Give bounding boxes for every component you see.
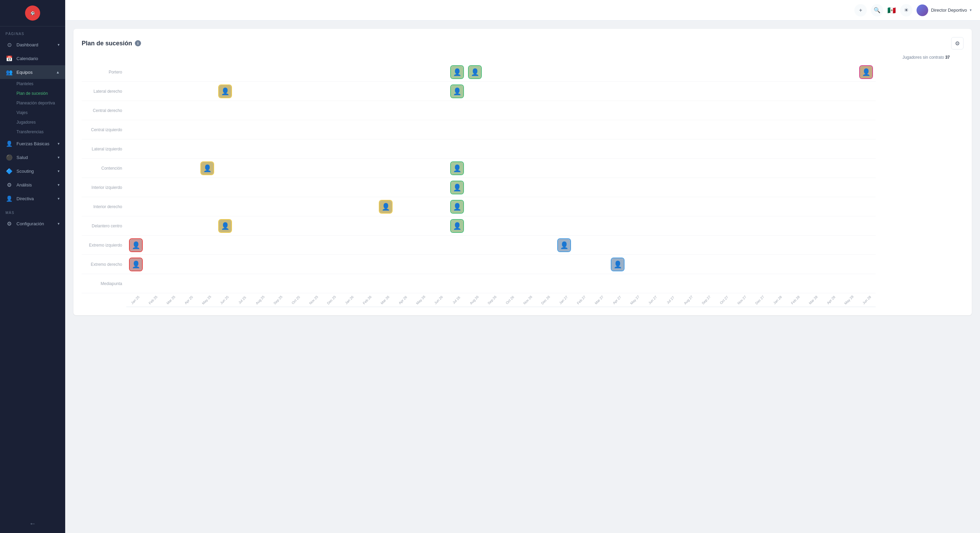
player-chip[interactable]: 👤 <box>450 180 464 195</box>
settings-button[interactable]: ⚙ <box>951 37 964 49</box>
position-label-3: Central izquierdo <box>82 120 126 139</box>
player-avatar: 👤 <box>130 258 142 271</box>
sidebar-sub-item-jugadores[interactable]: Jugadores <box>0 118 65 127</box>
chevron-down-icon: ▾ <box>970 8 972 12</box>
plan-card: Plan de sucesión i ⚙ Jugadores sin contr… <box>73 29 972 315</box>
chevron-icon: ▾ <box>58 155 60 160</box>
position-label-9: Extremo izquierdo <box>82 236 126 255</box>
rows-and-months: 👤👤👤👤👤👤👤👤👤👤👤👤👤👤👤👤 <box>126 62 876 293</box>
player-row-6: 👤 <box>126 178 876 197</box>
flag-icon[interactable]: 🇲🇽 <box>887 6 896 14</box>
player-row-8: 👤👤 <box>126 216 876 236</box>
chevron-icon: ▾ <box>58 43 60 47</box>
sidebar-sub-item-viajes[interactable]: Viajes <box>0 108 65 118</box>
plan-title-text: Plan de sucesión <box>82 40 132 47</box>
player-avatar: 👤 <box>558 239 570 251</box>
fuerzas-basicas-icon: 👤 <box>5 140 13 147</box>
sidebar-bottom: ← <box>0 514 65 533</box>
chevron-icon: ▾ <box>58 169 60 174</box>
player-row-0: 👤👤👤 <box>126 62 876 82</box>
sidebar-sub-item-planeacion[interactable]: Planeación deportiva <box>0 98 65 108</box>
no-contract-label: Jugadores sin contrato 37 <box>82 55 964 60</box>
player-chip[interactable]: 👤 <box>611 258 625 271</box>
sidebar: ⚽ PÁGINAS⊙Dashboard▾📅Calendario👥Equipos▲… <box>0 0 65 533</box>
player-chip[interactable]: 👤 <box>218 85 232 98</box>
position-label-0: Portero <box>82 62 126 82</box>
sidebar-item-label: Dashboard <box>16 42 38 47</box>
player-chip[interactable]: 👤 <box>468 65 482 79</box>
player-chip[interactable]: 👤 <box>218 219 232 233</box>
player-chip[interactable]: 👤 <box>450 200 464 214</box>
sidebar-sub-item-transferencias[interactable]: Transferencias <box>0 127 65 137</box>
sidebar-sub-item-plan-sucesion[interactable]: Plan de sucesión <box>0 89 65 98</box>
sidebar-item-analisis[interactable]: ⚙Análisis▾ <box>0 178 65 191</box>
add-button[interactable]: + <box>854 4 867 16</box>
position-label-8: Delantero centro <box>82 216 126 236</box>
player-avatar: 👤 <box>451 220 463 232</box>
scouting-icon: 🔷 <box>5 167 13 175</box>
player-avatar: 👤 <box>219 85 231 97</box>
sidebar-item-directiva[interactable]: 👤Directiva▾ <box>0 191 65 205</box>
position-label-10: Extremo derecho <box>82 255 126 274</box>
back-button[interactable]: ← <box>29 520 36 528</box>
player-chip[interactable]: 👤 <box>450 65 464 79</box>
user-menu[interactable]: Director Deportivo ▾ <box>916 5 972 16</box>
succession-grid: PorteroLateral derechoCentral derechoCen… <box>82 62 964 307</box>
sidebar-nav: PÁGINAS⊙Dashboard▾📅Calendario👥Equipos▲Pl… <box>0 26 65 230</box>
sidebar-sub-item-planteles[interactable]: Planteles <box>0 79 65 89</box>
sun-icon: ☀ <box>904 7 908 13</box>
plan-header: Plan de sucesión i ⚙ <box>82 37 964 49</box>
player-row-7: 👤👤 <box>126 197 876 216</box>
sidebar-item-label: Calendario <box>16 56 38 61</box>
search-button[interactable]: 🔍 <box>871 4 883 16</box>
position-label-1: Lateral derecho <box>82 82 126 101</box>
player-avatar: 👤 <box>201 162 213 174</box>
sidebar-item-label: Directiva <box>16 196 34 201</box>
no-contract-player[interactable]: 👤 <box>859 65 873 79</box>
player-avatar: 👤 <box>451 181 463 194</box>
chart-wrapper: 👤👤👤👤👤👤👤👤👤👤👤👤👤👤👤👤 Jan 25Feb 25Mar 25Apr 2… <box>126 62 964 307</box>
sidebar-item-configuracion[interactable]: ⚙Configuración▾ <box>0 217 65 230</box>
salud-icon: ⚫ <box>5 153 13 161</box>
position-labels: PorteroLateral derechoCentral derechoCen… <box>82 62 126 307</box>
dashboard-icon: ⊙ <box>5 41 13 48</box>
user-name: Director Deportivo <box>931 8 967 13</box>
content-area: Plan de sucesión i ⚙ Jugadores sin contr… <box>65 21 980 533</box>
sidebar-item-scouting[interactable]: 🔷Scouting▾ <box>0 164 65 178</box>
directiva-icon: 👤 <box>5 195 13 202</box>
player-row-4 <box>126 139 876 159</box>
chevron-icon: ▲ <box>56 70 60 74</box>
player-chip[interactable]: 👤 <box>557 238 571 252</box>
player-avatar: 👤 <box>451 66 463 78</box>
player-chip[interactable]: 👤 <box>450 219 464 233</box>
sidebar-item-salud[interactable]: ⚫Salud▾ <box>0 150 65 164</box>
sidebar-item-label: Salud <box>16 155 28 160</box>
sidebar-item-label: Scouting <box>16 169 34 174</box>
calendario-icon: 📅 <box>5 54 13 62</box>
position-label-6: Interior izquierdo <box>82 178 126 197</box>
no-contract-count: 37 <box>945 55 950 60</box>
sidebar-section-label: PÁGINAS <box>0 26 65 38</box>
sidebar-item-dashboard[interactable]: ⊙Dashboard▾ <box>0 38 65 51</box>
sidebar-item-label: Configuración <box>16 221 44 226</box>
player-chip[interactable]: 👤 <box>129 258 143 271</box>
sidebar-item-equipos[interactable]: 👥Equipos▲ <box>0 65 65 79</box>
player-chip[interactable]: 👤 <box>450 85 464 98</box>
chevron-icon: ▾ <box>58 183 60 187</box>
player-chip[interactable]: 👤 <box>200 161 214 175</box>
position-label-2: Central derecho <box>82 101 126 120</box>
player-avatar: 👤 <box>451 85 463 97</box>
chevron-icon: ▾ <box>58 222 60 226</box>
player-chip[interactable]: 👤 <box>450 161 464 175</box>
position-label-11: Mediapunta <box>82 274 126 293</box>
logo-icon: ⚽ <box>25 5 40 21</box>
player-avatar: 👤 <box>380 201 392 213</box>
player-chip[interactable]: 👤 <box>379 200 393 214</box>
sidebar-item-fuerzas-basicas[interactable]: 👤Fuerzas Básicas▾ <box>0 137 65 150</box>
sidebar-item-label: Análisis <box>16 182 32 188</box>
theme-toggle[interactable]: ☀ <box>900 4 912 16</box>
sidebar-item-calendario[interactable]: 📅Calendario <box>0 51 65 65</box>
search-icon: 🔍 <box>873 7 880 13</box>
player-chip[interactable]: 👤 <box>129 238 143 252</box>
info-icon[interactable]: i <box>135 40 141 46</box>
